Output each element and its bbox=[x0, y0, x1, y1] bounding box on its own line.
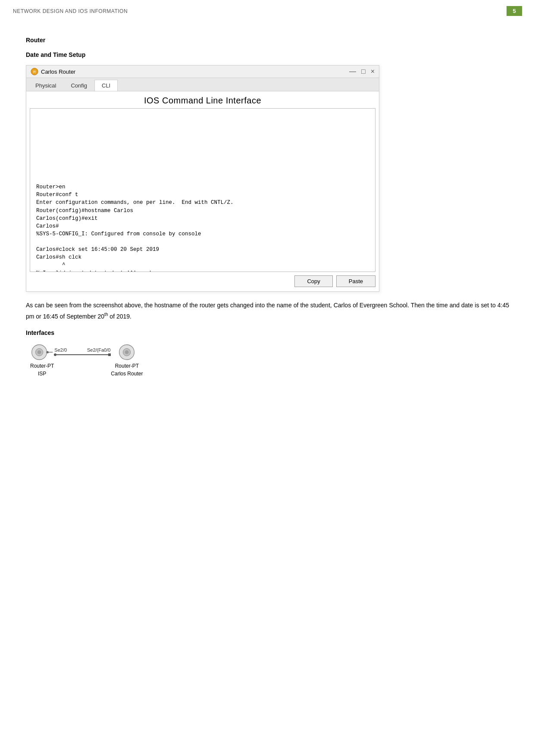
svg-point-6 bbox=[46, 351, 48, 353]
right-port-label: Se2/(Fa0/0 bbox=[87, 347, 110, 353]
window-controls[interactable]: — □ × bbox=[349, 68, 375, 75]
carlos-router-icon bbox=[115, 344, 138, 361]
terminal-area[interactable]: Router>en Router#conf t Enter configurat… bbox=[30, 108, 375, 272]
cli-heading: IOS Command Line Interface bbox=[26, 91, 379, 108]
page-number-badge: 5 bbox=[507, 6, 522, 16]
section-router-heading: Router bbox=[26, 37, 509, 44]
section-datetime-heading: Date and Time Setup bbox=[26, 51, 509, 58]
close-button[interactable]: × bbox=[371, 68, 375, 75]
isp-device-name: Router-PT bbox=[30, 363, 54, 369]
window-title-left: R Carlos Router bbox=[31, 68, 75, 75]
device-isp: Router-PT ISP bbox=[30, 344, 54, 377]
body-paragraph: As can be seen from the screenshot above… bbox=[26, 300, 509, 322]
page-content: Router Date and Time Setup R Carlos Rout… bbox=[0, 20, 535, 394]
isp-router-icon bbox=[31, 344, 54, 361]
body-text-end: of 2019. bbox=[108, 312, 131, 319]
interfaces-diagram: Router-PT ISP Se2/0 Se2/(Fa0/0 Router-PT bbox=[26, 344, 509, 377]
maximize-button[interactable]: □ bbox=[361, 68, 366, 75]
connection-labels: Se2/0 Se2/(Fa0/0 bbox=[54, 347, 110, 353]
connection-line-row bbox=[54, 353, 111, 356]
minimize-button[interactable]: — bbox=[349, 68, 356, 75]
section-interfaces-heading: Interfaces bbox=[26, 329, 509, 336]
tab-physical[interactable]: Physical bbox=[28, 80, 63, 91]
paste-button[interactable]: Paste bbox=[336, 275, 375, 287]
tab-cli[interactable]: CLI bbox=[94, 80, 118, 91]
device-carlos: Router-PT Carlos Router bbox=[111, 344, 143, 377]
carlos-device-name: Router-PT bbox=[115, 363, 139, 369]
connection-wire bbox=[56, 354, 108, 355]
carlos-device-label: Carlos Router bbox=[111, 371, 143, 377]
cisco-packet-tracer-window: R Carlos Router — □ × Physical Config CL… bbox=[26, 65, 379, 292]
svg-point-4 bbox=[37, 350, 41, 354]
left-port-label: Se2/0 bbox=[54, 347, 67, 353]
connection-area: Se2/0 Se2/(Fa0/0 bbox=[54, 347, 111, 356]
terminal-buttons: Copy Paste bbox=[26, 272, 379, 291]
svg-text:R: R bbox=[33, 70, 36, 74]
copy-button[interactable]: Copy bbox=[294, 275, 332, 287]
window-title-text: Carlos Router bbox=[41, 69, 75, 75]
svg-point-9 bbox=[125, 350, 129, 354]
isp-device-label: ISP bbox=[38, 371, 46, 377]
body-text-main: As can be seen from the screenshot above… bbox=[26, 302, 509, 319]
window-tabs: Physical Config CLI bbox=[26, 78, 379, 91]
window-titlebar: R Carlos Router — □ × bbox=[26, 66, 379, 78]
document-title: NETWORK DESIGN AND IOS INFORMATION bbox=[13, 8, 128, 14]
header-bar: NETWORK DESIGN AND IOS INFORMATION 5 bbox=[0, 0, 535, 20]
router-icon: R bbox=[31, 68, 38, 75]
tab-config[interactable]: Config bbox=[63, 80, 94, 91]
